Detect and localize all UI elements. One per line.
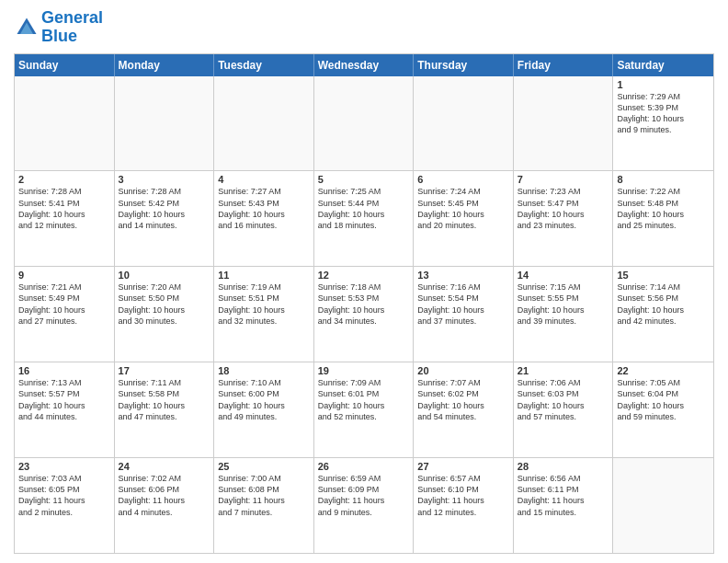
day-info: Sunrise: 7:24 AM Sunset: 5:45 PM Dayligh…	[417, 186, 509, 231]
calendar-cell: 13Sunrise: 7:16 AM Sunset: 5:54 PM Dayli…	[414, 267, 514, 362]
calendar-cell: 15Sunrise: 7:14 AM Sunset: 5:56 PM Dayli…	[613, 267, 713, 362]
calendar-cell: 18Sunrise: 7:10 AM Sunset: 6:00 PM Dayli…	[214, 362, 314, 457]
calendar-cell: 8Sunrise: 7:22 AM Sunset: 5:48 PM Daylig…	[613, 171, 713, 266]
day-number: 17	[119, 365, 210, 376]
calendar-cell: 1Sunrise: 7:29 AM Sunset: 5:39 PM Daylig…	[613, 76, 713, 171]
day-number: 22	[617, 365, 710, 376]
calendar-cell: 2Sunrise: 7:28 AM Sunset: 5:41 PM Daylig…	[15, 171, 115, 266]
day-number: 13	[417, 270, 509, 281]
day-number: 16	[18, 365, 110, 376]
calendar-cell: 21Sunrise: 7:06 AM Sunset: 6:03 PM Dayli…	[514, 362, 614, 457]
page: General Blue SundayMondayTuesdayWednesda…	[0, 0, 728, 563]
weekday-header: Monday	[115, 54, 215, 76]
calendar-cell	[15, 76, 115, 171]
day-info: Sunrise: 7:05 AM Sunset: 6:04 PM Dayligh…	[617, 377, 710, 422]
day-info: Sunrise: 7:14 AM Sunset: 5:56 PM Dayligh…	[617, 282, 710, 327]
calendar-header: SundayMondayTuesdayWednesdayThursdayFrid…	[15, 54, 713, 76]
day-number: 24	[119, 461, 210, 472]
day-info: Sunrise: 7:11 AM Sunset: 5:58 PM Dayligh…	[119, 377, 210, 422]
calendar-cell: 20Sunrise: 7:07 AM Sunset: 6:02 PM Dayli…	[414, 362, 514, 457]
calendar-cell	[514, 76, 614, 171]
day-info: Sunrise: 7:28 AM Sunset: 5:42 PM Dayligh…	[119, 186, 210, 231]
day-number: 1	[617, 79, 710, 90]
day-number: 15	[617, 270, 710, 281]
day-number: 23	[18, 461, 110, 472]
day-info: Sunrise: 6:59 AM Sunset: 6:09 PM Dayligh…	[318, 473, 410, 518]
day-info: Sunrise: 7:21 AM Sunset: 5:49 PM Dayligh…	[18, 282, 110, 327]
calendar-cell: 9Sunrise: 7:21 AM Sunset: 5:49 PM Daylig…	[15, 267, 115, 362]
calendar-row: 16Sunrise: 7:13 AM Sunset: 5:57 PM Dayli…	[15, 362, 713, 457]
day-number: 12	[318, 270, 410, 281]
calendar-cell: 16Sunrise: 7:13 AM Sunset: 5:57 PM Dayli…	[15, 362, 115, 457]
day-number: 20	[417, 365, 509, 376]
calendar-cell: 12Sunrise: 7:18 AM Sunset: 5:53 PM Dayli…	[314, 267, 415, 362]
calendar-cell: 7Sunrise: 7:23 AM Sunset: 5:47 PM Daylig…	[514, 171, 614, 266]
calendar-cell: 3Sunrise: 7:28 AM Sunset: 5:42 PM Daylig…	[115, 171, 215, 266]
calendar-cell	[214, 76, 314, 171]
day-info: Sunrise: 6:56 AM Sunset: 6:11 PM Dayligh…	[518, 473, 609, 518]
day-info: Sunrise: 7:07 AM Sunset: 6:02 PM Dayligh…	[417, 377, 509, 422]
weekday-header: Sunday	[15, 54, 115, 76]
weekday-header: Thursday	[414, 54, 514, 76]
calendar-cell: 28Sunrise: 6:56 AM Sunset: 6:11 PM Dayli…	[514, 458, 614, 553]
day-number: 10	[119, 270, 210, 281]
day-info: Sunrise: 7:27 AM Sunset: 5:43 PM Dayligh…	[218, 186, 310, 231]
day-number: 5	[318, 174, 410, 185]
day-number: 26	[318, 461, 410, 472]
calendar-cell: 25Sunrise: 7:00 AM Sunset: 6:08 PM Dayli…	[214, 458, 314, 553]
calendar-row: 23Sunrise: 7:03 AM Sunset: 6:05 PM Dayli…	[15, 457, 713, 553]
calendar-cell: 14Sunrise: 7:15 AM Sunset: 5:55 PM Dayli…	[514, 267, 614, 362]
calendar-cell	[613, 458, 713, 553]
calendar-cell: 24Sunrise: 7:02 AM Sunset: 6:06 PM Dayli…	[115, 458, 215, 553]
day-info: Sunrise: 7:18 AM Sunset: 5:53 PM Dayligh…	[318, 282, 410, 327]
day-info: Sunrise: 7:15 AM Sunset: 5:55 PM Dayligh…	[518, 282, 609, 327]
day-number: 14	[518, 270, 609, 281]
day-info: Sunrise: 7:29 AM Sunset: 5:39 PM Dayligh…	[617, 91, 710, 136]
day-info: Sunrise: 7:28 AM Sunset: 5:41 PM Dayligh…	[18, 186, 110, 231]
day-number: 7	[518, 174, 609, 185]
weekday-header: Saturday	[613, 54, 713, 76]
day-number: 3	[119, 174, 210, 185]
calendar-cell: 22Sunrise: 7:05 AM Sunset: 6:04 PM Dayli…	[613, 362, 713, 457]
calendar-body: 1Sunrise: 7:29 AM Sunset: 5:39 PM Daylig…	[15, 76, 713, 553]
calendar-cell: 26Sunrise: 6:59 AM Sunset: 6:09 PM Dayli…	[314, 458, 415, 553]
day-info: Sunrise: 7:25 AM Sunset: 5:44 PM Dayligh…	[318, 186, 410, 231]
calendar-cell: 4Sunrise: 7:27 AM Sunset: 5:43 PM Daylig…	[214, 171, 314, 266]
calendar-row: 2Sunrise: 7:28 AM Sunset: 5:41 PM Daylig…	[15, 170, 713, 266]
weekday-header: Friday	[514, 54, 614, 76]
header: General Blue	[14, 9, 714, 46]
day-info: Sunrise: 7:00 AM Sunset: 6:08 PM Dayligh…	[218, 473, 310, 518]
weekday-header: Wednesday	[314, 54, 415, 76]
day-info: Sunrise: 7:13 AM Sunset: 5:57 PM Dayligh…	[18, 377, 110, 422]
day-info: Sunrise: 7:22 AM Sunset: 5:48 PM Dayligh…	[617, 186, 710, 231]
day-number: 19	[318, 365, 410, 376]
calendar-cell	[115, 76, 215, 171]
calendar-cell: 27Sunrise: 6:57 AM Sunset: 6:10 PM Dayli…	[414, 458, 514, 553]
weekday-header: Tuesday	[214, 54, 314, 76]
day-info: Sunrise: 7:20 AM Sunset: 5:50 PM Dayligh…	[119, 282, 210, 327]
logo-text: General Blue	[41, 9, 103, 46]
day-info: Sunrise: 7:10 AM Sunset: 6:00 PM Dayligh…	[218, 377, 310, 422]
calendar-cell	[314, 76, 415, 171]
day-number: 9	[18, 270, 110, 281]
calendar-row: 9Sunrise: 7:21 AM Sunset: 5:49 PM Daylig…	[15, 266, 713, 362]
logo: General Blue	[14, 9, 103, 46]
calendar-cell: 5Sunrise: 7:25 AM Sunset: 5:44 PM Daylig…	[314, 171, 415, 266]
day-number: 25	[218, 461, 310, 472]
day-info: Sunrise: 6:57 AM Sunset: 6:10 PM Dayligh…	[417, 473, 509, 518]
day-number: 18	[218, 365, 310, 376]
calendar-cell	[414, 76, 514, 171]
calendar-cell: 11Sunrise: 7:19 AM Sunset: 5:51 PM Dayli…	[214, 267, 314, 362]
calendar-cell: 10Sunrise: 7:20 AM Sunset: 5:50 PM Dayli…	[115, 267, 215, 362]
day-number: 28	[518, 461, 609, 472]
day-number: 6	[417, 174, 509, 185]
day-number: 2	[18, 174, 110, 185]
calendar: SundayMondayTuesdayWednesdayThursdayFrid…	[14, 53, 714, 554]
day-info: Sunrise: 7:06 AM Sunset: 6:03 PM Dayligh…	[518, 377, 609, 422]
calendar-cell: 6Sunrise: 7:24 AM Sunset: 5:45 PM Daylig…	[414, 171, 514, 266]
calendar-cell: 23Sunrise: 7:03 AM Sunset: 6:05 PM Dayli…	[15, 458, 115, 553]
day-number: 27	[417, 461, 509, 472]
day-info: Sunrise: 7:03 AM Sunset: 6:05 PM Dayligh…	[18, 473, 110, 518]
calendar-row: 1Sunrise: 7:29 AM Sunset: 5:39 PM Daylig…	[15, 76, 713, 171]
day-info: Sunrise: 7:09 AM Sunset: 6:01 PM Dayligh…	[318, 377, 410, 422]
